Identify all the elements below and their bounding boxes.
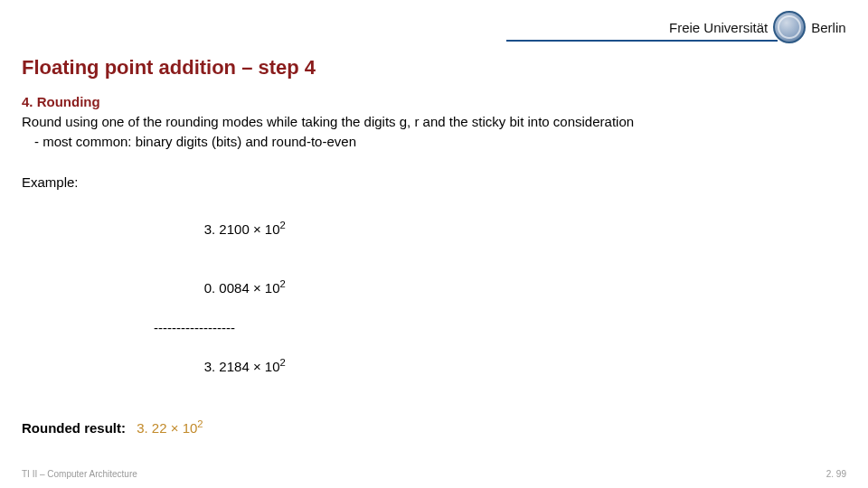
slide-title: Floating point addition – step 4 [22, 56, 316, 80]
mult-sign: × [253, 359, 261, 374]
rounded-label: Rounded result: [22, 420, 126, 436]
mantissa: 3. 22 [137, 420, 171, 436]
mantissa: 3. 2100 [204, 221, 253, 237]
base: 10 [261, 221, 280, 237]
base: 10 [261, 359, 280, 374]
mantissa: 3. 2184 [204, 359, 253, 374]
rounded-result: Rounded result: 3. 22 × 102 [22, 418, 846, 438]
footer-right: 2. 99 [826, 469, 846, 479]
calc-row-sum: 3. 2184 × 102 [166, 337, 846, 396]
calc-row-b: 0. 0084 × 102 [166, 258, 846, 317]
calc-row-a: 3. 2100 × 102 [166, 200, 846, 258]
slide: Freie Universität Berlin Floating point … [0, 0, 868, 488]
footer: TI II – Computer Architecture 2. 99 [22, 469, 846, 479]
calculation: 3. 2100 × 102 0. 0084 × 102 [166, 200, 846, 318]
mantissa: 0. 0084 [204, 280, 253, 296]
step-description: Round using one of the rounding modes wh… [22, 112, 846, 132]
rounded-value: 3. 22 × 102 [137, 420, 203, 436]
exponent: 2 [280, 220, 286, 230]
exponent: 2 [280, 278, 286, 289]
brand-text-left: Freie Universität [669, 20, 768, 35]
exponent: 2 [280, 357, 286, 368]
mult-sign: × [253, 221, 261, 237]
university-seal-icon [773, 11, 806, 43]
exponent: 2 [197, 418, 203, 429]
slide-body: 4. Rounding Round using one of the round… [22, 92, 846, 437]
example-block: Example: 3. 2100 × 102 0. 0084 × 102 ---… [22, 173, 846, 437]
mult-sign: × [253, 280, 261, 296]
base: 10 [261, 280, 280, 296]
example-label: Example: [22, 173, 846, 192]
base: 10 [178, 420, 197, 436]
brand-logo: Freie Universität Berlin [669, 11, 846, 43]
calc-divider: ------------------ [154, 318, 846, 338]
step-label: 4. Rounding [22, 92, 846, 112]
brand-text-right: Berlin [811, 20, 845, 35]
calculation-sum: 3. 2184 × 102 [166, 337, 846, 396]
footer-left: TI II – Computer Architecture [22, 469, 137, 479]
step-note: - most common: binary digits (bits) and … [22, 132, 846, 152]
